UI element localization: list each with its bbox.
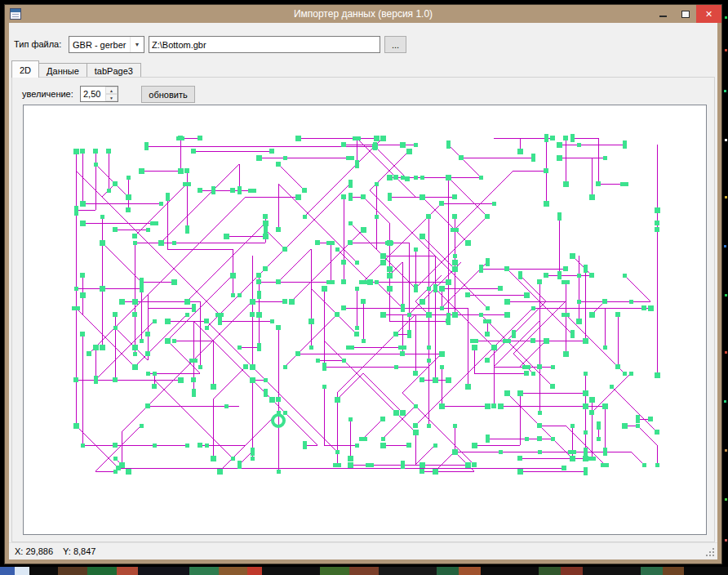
zoom-stepper[interactable]: 2,50 ▲ ▼ [80, 86, 118, 102]
window-title: Импортер данных (версия 1.0) [5, 8, 721, 20]
file-type-label: Тип файла: [14, 39, 61, 49]
tab-2d[interactable]: 2D [11, 60, 39, 78]
window-controls: ✕ [652, 5, 721, 23]
close-button[interactable]: ✕ [696, 5, 721, 23]
tab-data[interactable]: Данные [38, 63, 87, 78]
maximize-button[interactable] [674, 5, 696, 23]
desktop-edge-pixels [725, 16, 727, 19]
chevron-up-icon: ▲ [109, 88, 113, 93]
status-bar: X: 29,886 Y: 8,847 [9, 542, 717, 559]
tab-page-2d: увеличение: 2,50 ▲ ▼ обновить [11, 77, 715, 542]
spin-down-button[interactable]: ▼ [105, 94, 118, 101]
tab-strip: 2D Данные tabPage3 [11, 60, 140, 78]
file-type-selected-value: GBR - gerber [73, 40, 126, 50]
maximize-icon [681, 11, 690, 18]
file-type-combobox[interactable]: GBR - gerber ▼ [69, 36, 144, 53]
app-window: Импортер данных (версия 1.0) ✕ Тип файла… [5, 5, 721, 564]
pcb-canvas[interactable] [23, 105, 707, 535]
window-titlebar[interactable]: Импортер данных (версия 1.0) ✕ [5, 5, 721, 23]
file-path-input[interactable] [149, 36, 380, 53]
desktop-wallpaper-strip [0, 567, 728, 575]
refresh-button[interactable]: обновить [141, 86, 195, 103]
minimize-icon [659, 16, 667, 17]
chevron-down-icon: ▼ [109, 96, 113, 100]
status-y-coordinate: Y: 8,847 [63, 546, 95, 556]
app-icon [10, 8, 21, 20]
minimize-button[interactable] [652, 5, 674, 23]
zoom-spinner: ▲ ▼ [105, 87, 118, 101]
status-x-coordinate: X: 29,886 [15, 546, 53, 556]
chevron-down-icon: ▼ [130, 37, 144, 52]
tab-page3[interactable]: tabPage3 [87, 63, 141, 78]
zoom-label: увеличение: [22, 89, 73, 99]
browse-button[interactable]: ... [384, 36, 406, 53]
resize-grip[interactable] [706, 548, 716, 558]
pcb-preview [24, 105, 706, 534]
zoom-value: 2,50 [81, 87, 105, 101]
window-client-area: Тип файла: GBR - gerber ▼ ... 2D Данные … [9, 23, 717, 559]
spin-up-button[interactable]: ▲ [105, 87, 118, 94]
close-icon: ✕ [705, 9, 712, 20]
